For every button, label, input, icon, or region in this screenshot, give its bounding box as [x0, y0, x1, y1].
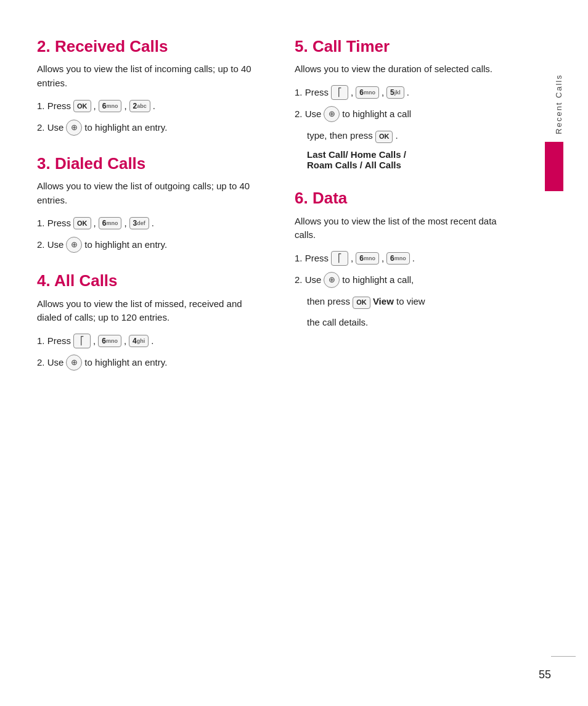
call-timer-note: Last Call/ Home Calls /Roam Calls / All …	[295, 149, 515, 170]
nav-key-5[interactable]: ⊕	[324, 272, 340, 288]
data-step2-cont2: the call details.	[295, 315, 515, 330]
dialed-calls-step1: 1. Press OK , 6mno , 3def .	[37, 216, 258, 231]
ok-key[interactable]: OK	[73, 100, 91, 112]
step-label: 2. Use	[37, 237, 63, 252]
page-container: 2. Received Calls Allows you to view the…	[0, 0, 588, 706]
call-timer-body: Allows you to view the duration of selec…	[295, 62, 515, 76]
step-num: 1. Press	[37, 99, 71, 113]
6mno-key-2[interactable]: 6mno	[99, 217, 122, 229]
call-timer-title: 5. Call Timer	[295, 37, 515, 56]
data-step2: 2. Use ⊕ to highlight a call,	[295, 272, 515, 288]
nav-key[interactable]: ⊕	[66, 120, 82, 136]
section-data: 6. Data Allows you to view the list of t…	[295, 189, 515, 330]
received-calls-step2: 2. Use ⊕ to highlight an entry.	[37, 120, 258, 136]
received-calls-step1: 1. Press OK , 6mno , 2abc .	[37, 99, 258, 113]
step-num: 1. Press	[37, 216, 71, 231]
section-received-calls: 2. Received Calls Allows you to view the…	[37, 37, 258, 136]
step-label: 2. Use	[295, 107, 321, 121]
all-calls-step2: 2. Use ⊕ to highlight an entry.	[37, 355, 258, 371]
received-calls-body: Allows you to view the list of incoming …	[37, 62, 258, 90]
dialed-calls-title: 3. Dialed Calls	[37, 154, 258, 173]
sidebar-bar	[545, 142, 563, 191]
ok-key-3[interactable]: OK	[375, 131, 393, 143]
received-calls-title: 2. Received Calls	[37, 37, 258, 56]
phone-key[interactable]: ⎡	[73, 334, 91, 349]
data-title: 6. Data	[295, 189, 515, 208]
section-call-timer: 5. Call Timer Allows you to view the dur…	[295, 37, 515, 170]
ok-key-2[interactable]: OK	[73, 217, 91, 229]
step-label: 2. Use	[295, 273, 321, 287]
all-calls-step1: 1. Press ⎡ , 6mno , 4ghi .	[37, 334, 258, 349]
ok-key-4[interactable]: OK	[353, 297, 370, 309]
step-label: 2. Use	[37, 120, 63, 135]
6mno-key[interactable]: 6mno	[99, 100, 122, 112]
dialed-calls-step2: 2. Use ⊕ to highlight an entry.	[37, 237, 258, 253]
6mno-key-6[interactable]: 6mno	[386, 252, 410, 265]
step-num: 1. Press	[37, 334, 71, 348]
3def-key[interactable]: 3def	[129, 217, 149, 229]
sidebar-label: Recent Calls	[554, 74, 563, 134]
phone-key-2[interactable]: ⎡	[331, 85, 348, 101]
page-number: 55	[539, 668, 551, 681]
data-body: Allows you to view the list of the most …	[295, 215, 515, 242]
call-timer-step2-cont: type, then press OK .	[295, 128, 515, 143]
nav-key-4[interactable]: ⊕	[324, 106, 340, 122]
section-dialed-calls: 3. Dialed Calls Allows you to view the l…	[37, 154, 258, 253]
6mno-key-5[interactable]: 6mno	[356, 252, 379, 265]
data-step2-cont1: then press OK View to view	[295, 294, 515, 309]
nav-key-3[interactable]: ⊕	[66, 355, 82, 371]
call-timer-step2: 2. Use ⊕ to highlight a call	[295, 106, 515, 122]
left-column: 2. Received Calls Allows you to view the…	[37, 37, 270, 669]
phone-key-3[interactable]: ⎡	[331, 251, 348, 266]
2abc-key[interactable]: 2abc	[129, 100, 150, 112]
6mno-key-4[interactable]: 6mno	[356, 86, 379, 99]
5jkl-key[interactable]: 5jkl	[386, 86, 404, 99]
dialed-calls-body: Allows you to view the list of outgoing …	[37, 179, 258, 207]
right-column: 5. Call Timer Allows you to view the dur…	[288, 37, 515, 669]
main-content: 2. Received Calls Allows you to view the…	[37, 37, 563, 669]
view-label: View	[373, 296, 394, 306]
call-timer-step1: 1. Press ⎡ , 6mno , 5jkl .	[295, 85, 515, 101]
all-calls-body: Allows you to view the list of missed, r…	[37, 297, 258, 325]
step-num: 1. Press	[295, 251, 329, 266]
sidebar: Recent Calls	[534, 37, 563, 669]
all-calls-title: 4. All Calls	[37, 271, 258, 290]
4ghi-key[interactable]: 4ghi	[129, 335, 149, 347]
step-num: 1. Press	[295, 85, 329, 100]
nav-key-2[interactable]: ⊕	[66, 237, 82, 253]
6mno-key-3[interactable]: 6mno	[98, 335, 121, 347]
section-all-calls: 4. All Calls Allows you to view the list…	[37, 271, 258, 371]
divider-line	[551, 656, 576, 657]
step-label: 2. Use	[37, 355, 63, 370]
data-step1: 1. Press ⎡ , 6mno , 6mno .	[295, 251, 515, 266]
